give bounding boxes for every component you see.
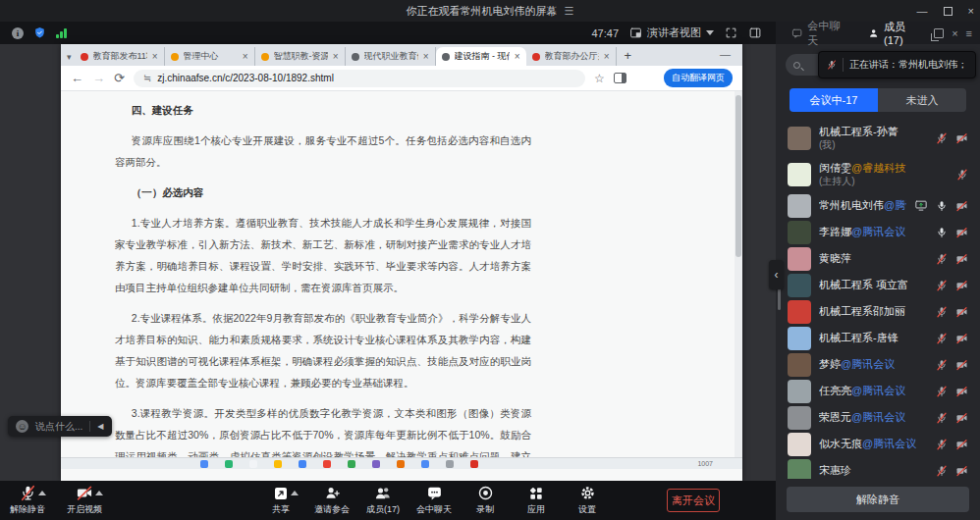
- meeting-info-icon[interactable]: i: [12, 27, 24, 39]
- tab-search-icon[interactable]: ▾: [67, 52, 72, 62]
- camera-status-icon[interactable]: [955, 253, 968, 265]
- fullscreen-icon[interactable]: [725, 26, 737, 39]
- emoji-icon[interactable]: ☺: [16, 420, 28, 433]
- member-row[interactable]: 似水无痕 @腾讯会议: [776, 431, 980, 457]
- taskbar-icon[interactable]: [397, 460, 405, 468]
- mic-options-caret[interactable]: [38, 491, 46, 495]
- mic-status-icon[interactable]: [936, 132, 948, 144]
- member-row[interactable]: 机械工程系邵加丽: [776, 298, 980, 325]
- toolbar-chat-button[interactable]: 会中聊天: [412, 481, 456, 520]
- member-row[interactable]: 闵倩雯 @睿越科技 (主持人): [776, 156, 980, 192]
- tab-close-icon[interactable]: ×: [243, 51, 248, 62]
- camera-status-icon[interactable]: [955, 465, 968, 477]
- collapse-sidebar-button[interactable]: ‹: [769, 260, 784, 289]
- member-row[interactable]: 黄晓萍: [776, 245, 980, 272]
- mic-status-icon[interactable]: [936, 253, 948, 265]
- taskbar-icon[interactable]: [323, 460, 331, 468]
- tab-not-joined[interactable]: 未进入: [878, 88, 966, 112]
- toolbar-invite-button[interactable]: 邀请参会: [310, 481, 354, 520]
- panel-menu-icon[interactable]: ≡: [966, 27, 972, 39]
- mic-status-icon[interactable]: [936, 386, 948, 397]
- mic-status-icon[interactable]: [936, 412, 948, 424]
- page-scrollbar[interactable]: [735, 91, 742, 469]
- close-button[interactable]: ×: [968, 5, 974, 17]
- tab-in-meeting[interactable]: 会议中-17: [789, 88, 878, 112]
- toolbar-members-button[interactable]: 成员(17): [361, 481, 405, 520]
- quick-chat-bubble[interactable]: ☺ 说点什么... ◀: [8, 416, 112, 437]
- camera-status-icon[interactable]: [955, 200, 968, 212]
- scrollbar-thumb[interactable]: [735, 95, 741, 257]
- minimize-button[interactable]: —: [917, 5, 928, 17]
- toolbar-apps-button[interactable]: 应用: [515, 481, 558, 520]
- mic-status-icon[interactable]: [936, 359, 948, 371]
- maximize-button[interactable]: [944, 7, 953, 16]
- view-mode-button[interactable]: 演讲者视图: [629, 26, 714, 40]
- mic-status-icon[interactable]: [936, 439, 948, 450]
- taskbar-icon[interactable]: [421, 460, 429, 468]
- camera-status-icon[interactable]: [955, 359, 968, 371]
- mic-status-icon[interactable]: [936, 280, 948, 291]
- camera-status-icon[interactable]: [955, 306, 968, 318]
- back-icon[interactable]: ←: [71, 72, 83, 84]
- unmute-button[interactable]: 解除静音: [787, 487, 969, 512]
- leave-meeting-button[interactable]: 离开会议: [667, 489, 720, 512]
- tab-chat[interactable]: 会中聊天: [784, 19, 856, 48]
- taskbar-icon[interactable]: [446, 460, 454, 468]
- camera-status-icon[interactable]: [955, 333, 968, 344]
- browser-side-panel-icon[interactable]: [614, 73, 626, 83]
- camera-status-icon[interactable]: [955, 412, 968, 424]
- close-panel-icon[interactable]: ×: [952, 27, 957, 39]
- toolbar-start-video-button[interactable]: 开启视频: [63, 481, 106, 520]
- browser-tab[interactable]: 教育部办公厅关于做好 ×: [526, 47, 617, 66]
- video-options-caret[interactable]: [95, 491, 103, 495]
- forward-icon[interactable]: →: [92, 72, 105, 84]
- mic-status-icon[interactable]: [936, 306, 948, 318]
- browser-tab[interactable]: 建设指南 - 现代职业教 ×: [436, 47, 526, 66]
- toolbar-record-button[interactable]: 录制: [463, 481, 507, 520]
- bookmark-star-icon[interactable]: ☆: [594, 72, 605, 85]
- camera-status-icon[interactable]: [955, 227, 968, 238]
- browser-tab[interactable]: 教育部发布11项现代职 ×: [75, 47, 165, 66]
- taskbar-icon[interactable]: [200, 460, 208, 468]
- taskbar-icon[interactable]: [274, 460, 282, 468]
- member-row[interactable]: 荣恩元 @腾讯会议: [776, 404, 980, 431]
- browser-tab[interactable]: 管理中心 ×: [165, 47, 255, 66]
- layout-menu-icon[interactable]: ☰: [565, 5, 574, 18]
- side-panel-icon[interactable]: [748, 26, 762, 39]
- member-row[interactable]: 任亮亮 @腾讯会议: [776, 378, 980, 404]
- mic-status-icon[interactable]: [936, 465, 948, 477]
- taskbar-icon[interactable]: [348, 460, 355, 468]
- toolbar-share-button[interactable]: 共享: [259, 481, 302, 520]
- mic-status-icon[interactable]: [936, 227, 948, 238]
- member-row[interactable]: 梦婷 @腾讯会议: [776, 351, 980, 378]
- taskbar-icon[interactable]: [299, 460, 306, 468]
- camera-status-icon[interactable]: [955, 132, 968, 144]
- mic-status-icon[interactable]: [936, 200, 948, 212]
- taskbar-icon[interactable]: [225, 460, 233, 468]
- new-tab-button[interactable]: +: [625, 48, 632, 63]
- toolbar-unmute-button[interactable]: 解除静音: [6, 481, 49, 520]
- toolbar-settings-button[interactable]: 设置: [566, 481, 609, 520]
- member-row[interactable]: 机械工程系-唐锋: [776, 325, 980, 351]
- member-row[interactable]: 常州机电刘伟 @腾讯会议: [776, 192, 980, 219]
- translate-pill[interactable]: 自动翻译网页: [664, 69, 733, 87]
- camera-status-icon[interactable]: [955, 280, 968, 291]
- tab-close-icon[interactable]: ×: [604, 51, 610, 62]
- collapse-chat-icon[interactable]: ◀: [97, 422, 103, 431]
- browser-tab[interactable]: 现代职业教育体系改革 ×: [346, 47, 436, 66]
- site-info-icon[interactable]: ≒: [143, 73, 151, 83]
- chat-input-placeholder[interactable]: 说点什么...: [35, 420, 82, 434]
- browser-minimize-icon[interactable]: —: [720, 48, 731, 60]
- reload-icon[interactable]: ⟳: [114, 72, 125, 84]
- tab-members[interactable]: 成员(17): [860, 20, 930, 46]
- popout-panel-icon[interactable]: [934, 28, 944, 38]
- camera-status-icon[interactable]: [955, 386, 968, 397]
- share-options-caret[interactable]: [291, 491, 299, 495]
- member-row[interactable]: 机械工程系 项立富: [776, 272, 980, 298]
- member-row[interactable]: 宋惠珍: [776, 457, 980, 479]
- taskbar-icon[interactable]: [372, 460, 380, 468]
- taskbar-icon[interactable]: [249, 460, 257, 468]
- member-row[interactable]: 李路娜 @腾讯会议: [776, 219, 980, 245]
- browser-tab[interactable]: 智慧职教-资源库 ×: [255, 47, 346, 66]
- mic-status-icon[interactable]: [936, 333, 948, 344]
